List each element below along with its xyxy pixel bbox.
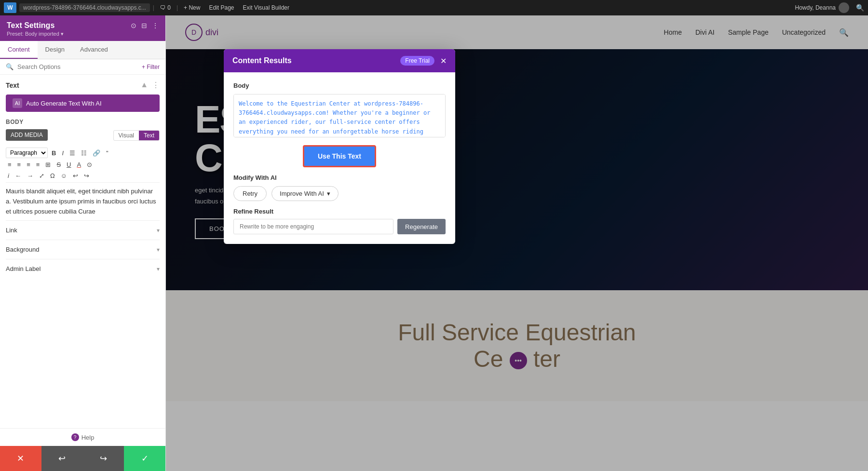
improve-with-ai-button[interactable]: Improve With AI ▾ <box>271 186 339 201</box>
refine-row: Regenerate <box>233 219 446 234</box>
undo-icon: ↩ <box>58 453 66 464</box>
panel-icon-layout[interactable]: ⊟ <box>141 22 147 29</box>
new-post-btn[interactable]: + New <box>181 3 203 12</box>
help-link[interactable]: ? Help <box>7 433 159 441</box>
panel-content: Text ▲ ⋮ AI Auto Generate Text With AI B… <box>0 75 165 428</box>
underline-btn[interactable]: U <box>65 160 73 169</box>
special-chars-btn[interactable]: ⊙ <box>85 160 94 169</box>
quote-btn[interactable]: " <box>104 148 110 158</box>
free-trial-badge: Free Trial <box>400 56 434 66</box>
text-color-btn[interactable]: A <box>75 160 83 169</box>
admin-sep: | <box>153 4 154 11</box>
modal-body-label: Body <box>233 82 446 89</box>
save-icon: ✓ <box>141 453 149 464</box>
ai-icon: AI <box>13 98 22 108</box>
align-left-btn[interactable]: ≡ <box>6 160 14 169</box>
bottom-action-bar: ✕ ↩ ↪ ✓ <box>0 446 165 471</box>
help-icon: ? <box>71 433 79 441</box>
modal-body: Body Welcome to the Equestrian Center at… <box>224 72 455 244</box>
background-header[interactable]: Background ▾ <box>6 246 160 253</box>
panel-preset[interactable]: Preset: Body imported ▾ <box>7 31 159 37</box>
undo-button[interactable]: ↩ <box>41 446 83 471</box>
italic-btn[interactable]: I <box>60 148 66 158</box>
panel-search-bar: 🔍 + Filter <box>0 59 165 75</box>
admin-comments[interactable]: 🗨 0 <box>157 3 174 12</box>
tab-text[interactable]: Text <box>139 131 159 140</box>
section-collapse-icon[interactable]: ▲ <box>140 81 148 90</box>
strikethrough-btn[interactable]: S <box>54 160 63 169</box>
content-results-modal: Content Results Free Trial ✕ Body Welcom… <box>224 49 455 244</box>
refine-result-label: Refine Result <box>233 208 446 215</box>
exit-builder-btn[interactable]: Exit Visual Builder <box>240 3 293 12</box>
indent-left2-btn[interactable]: ← <box>13 171 23 180</box>
refine-input[interactable] <box>233 219 393 234</box>
panel-icon-more[interactable]: ⋮ <box>152 22 159 29</box>
use-this-text-button[interactable]: Use This Text <box>303 145 376 167</box>
website-area: D divi Home Divi AI Sample Page Uncatego… <box>166 15 868 471</box>
redo-editor-btn[interactable]: ↪ <box>82 171 91 180</box>
table-btn[interactable]: ⊞ <box>43 160 53 169</box>
filter-button[interactable]: + Filter <box>142 64 160 70</box>
text-section-header: Text ▲ ⋮ <box>6 81 160 90</box>
admin-chevron: ▾ <box>157 266 160 272</box>
tab-content[interactable]: Content <box>0 41 38 59</box>
panel-tabs: Content Design Advanced <box>0 41 165 59</box>
tab-visual[interactable]: Visual <box>114 131 139 140</box>
panel-icon-history[interactable]: ⊙ <box>131 22 136 29</box>
redo-button[interactable]: ↪ <box>83 446 124 471</box>
bold-btn[interactable]: B <box>50 148 58 158</box>
align-justify-btn[interactable]: ≡ <box>34 160 42 169</box>
tab-design[interactable]: Design <box>38 41 72 59</box>
align-right-btn[interactable]: ≡ <box>25 160 32 169</box>
cancel-icon: ✕ <box>17 453 24 464</box>
ai-action-row: Retry Improve With AI ▾ <box>233 186 446 201</box>
body-section-label: Body <box>6 119 160 125</box>
admin-search-icon[interactable]: 🔍 <box>856 4 864 12</box>
align-center-btn[interactable]: ≡ <box>15 160 23 169</box>
save-button[interactable]: ✓ <box>124 446 165 471</box>
tab-advanced[interactable]: Advanced <box>72 41 116 59</box>
omega-btn[interactable]: Ω <box>48 171 57 180</box>
indent-right-btn[interactable]: → <box>25 171 35 180</box>
background-chevron: ▾ <box>157 246 160 253</box>
link-chevron: ▾ <box>157 227 160 234</box>
admin-sep2: | <box>176 4 178 11</box>
admin-label-header[interactable]: Admin Label ▾ <box>6 265 160 272</box>
ol-btn[interactable]: ☷ <box>79 148 89 158</box>
link-label: Link <box>6 227 17 234</box>
avatar <box>839 2 849 13</box>
body-text-content: Mauris blandit aliquet elit, eget tincid… <box>6 182 160 220</box>
fullscreen-btn[interactable]: ⤢ <box>37 171 46 180</box>
panel-header: Text Settings ⊙ ⊟ ⋮ Preset: Body importe… <box>0 15 165 41</box>
add-media-button[interactable]: ADD MEDIA <box>6 129 48 141</box>
modal-close-button[interactable]: ✕ <box>440 56 447 66</box>
modal-overlay: Content Results Free Trial ✕ Body Welcom… <box>166 15 868 471</box>
modal-title: Content Results <box>232 56 292 65</box>
undo-editor-btn[interactable]: ↩ <box>71 171 80 180</box>
link-header[interactable]: Link ▾ <box>6 227 160 234</box>
generated-text-area[interactable]: Welcome to the Equestrian Center at word… <box>233 94 446 137</box>
panel-header-icons: ⊙ ⊟ ⋮ <box>131 22 159 29</box>
modal-header-right: Free Trial ✕ <box>400 56 447 66</box>
site-url[interactable]: wordpress-784896-3766464.cloudwaysapps.c… <box>19 3 150 12</box>
edit-page-btn[interactable]: Edit Page <box>206 3 237 12</box>
ai-button-label: Auto Generate Text With AI <box>26 100 102 107</box>
panel-footer: ? Help <box>0 428 165 446</box>
section-controls: ▲ ⋮ <box>140 81 160 90</box>
ai-generate-button[interactable]: AI Auto Generate Text With AI <box>6 94 160 112</box>
link-btn[interactable]: 🔗 <box>91 148 102 158</box>
admin-label: Admin Label <box>6 265 41 272</box>
emoji-btn[interactable]: ☺ <box>59 171 69 180</box>
wp-logo: W <box>4 2 16 13</box>
indent-left-btn[interactable]: i <box>6 171 11 180</box>
ul-btn[interactable]: ☰ <box>68 148 77 158</box>
retry-button[interactable]: Retry <box>233 186 267 201</box>
paragraph-select[interactable]: Paragraph <box>6 148 48 158</box>
cancel-button[interactable]: ✕ <box>0 446 41 471</box>
regenerate-button[interactable]: Regenerate <box>397 219 446 234</box>
search-options-input[interactable] <box>17 63 138 70</box>
section-more-icon[interactable]: ⋮ <box>152 81 160 90</box>
panel-title-row: Text Settings ⊙ ⊟ ⋮ <box>7 21 159 30</box>
editor-toolbar-row1: Paragraph B I ☰ ☷ 🔗 " <box>6 148 160 158</box>
editor-toolbar-row3: i ← → ⤢ Ω ☺ ↩ ↪ <box>6 171 160 180</box>
